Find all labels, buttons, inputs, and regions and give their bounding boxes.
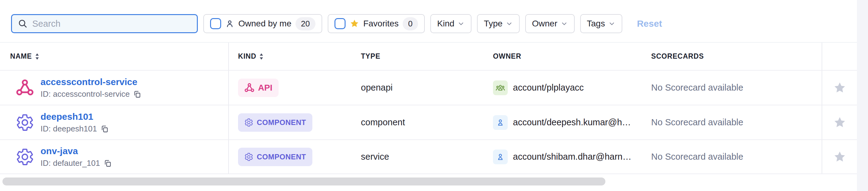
- kind-badge-component: COMPONENT: [238, 113, 312, 132]
- table-row[interactable]: deepesh101 ID: deepesh101: [0, 105, 857, 139]
- search-input[interactable]: [32, 19, 191, 29]
- kind-badge-component: COMPONENT: [238, 148, 312, 166]
- owner-cell: account/plplayacc: [484, 81, 642, 95]
- scorecards-cell: No Scorecard available: [642, 117, 822, 127]
- owner-name: account/plplayacc: [513, 83, 584, 93]
- catalog-table: NAME KIND TYPE OWNER SCORECARDS: [0, 42, 857, 174]
- copy-icon[interactable]: [103, 159, 112, 167]
- owner-name: account/shibam.dhar@harn…: [513, 152, 631, 162]
- favorite-star-button[interactable]: [822, 105, 857, 139]
- sort-icon[interactable]: [35, 53, 39, 60]
- favorite-star-button[interactable]: [822, 71, 857, 105]
- kind-badge-api: API: [238, 78, 279, 97]
- horizontal-scrollbar-thumb[interactable]: [2, 178, 606, 186]
- column-header-kind[interactable]: KIND: [229, 43, 352, 70]
- chevron-down-icon: [457, 20, 465, 27]
- chevron-down-icon: [505, 20, 513, 27]
- favorites-label: Favorites: [363, 19, 399, 29]
- chevron-down-icon: [561, 20, 568, 27]
- user-icon: [493, 115, 508, 130]
- owner-dropdown-label: Owner: [532, 19, 557, 29]
- favorite-star-button[interactable]: [822, 140, 857, 173]
- owned-by-me-filter[interactable]: Owned by me 20: [203, 14, 322, 33]
- owned-by-me-label: Owned by me: [238, 19, 291, 29]
- kind-dropdown[interactable]: Kind: [430, 14, 471, 33]
- scorecards-cell: No Scorecard available: [642, 83, 822, 93]
- copy-icon[interactable]: [100, 125, 109, 133]
- column-header-type: TYPE: [352, 43, 484, 70]
- person-icon: [225, 19, 235, 28]
- gear-icon: [16, 148, 34, 166]
- table-header: NAME KIND TYPE OWNER SCORECARDS: [0, 43, 857, 70]
- search-box[interactable]: [11, 14, 198, 33]
- type-cell: openapi: [352, 83, 484, 93]
- type-dropdown-label: Type: [484, 19, 502, 29]
- catalog-page: Owned by me 20 Favorites 0 Kind Type Own…: [0, 0, 868, 191]
- kind-cell: COMPONENT: [229, 148, 352, 166]
- type-cell: component: [352, 117, 484, 127]
- type-dropdown[interactable]: Type: [477, 14, 520, 33]
- page-background-strip: [857, 0, 868, 191]
- chevron-down-icon: [608, 20, 616, 27]
- column-header-favorite: [822, 43, 857, 70]
- favorites-filter[interactable]: Favorites 0: [328, 14, 425, 33]
- column-header-name[interactable]: NAME: [0, 43, 229, 70]
- table-row[interactable]: accesscontrol-service ID: accesscontrol-…: [0, 70, 857, 105]
- webhook-api-icon: [244, 83, 255, 93]
- reset-button[interactable]: Reset: [637, 19, 662, 29]
- entity-name-link[interactable]: onv-java: [40, 146, 112, 156]
- owned-by-me-checkbox[interactable]: [210, 18, 221, 29]
- name-cell: accesscontrol-service ID: accesscontrol-…: [0, 71, 229, 105]
- search-icon: [18, 19, 28, 29]
- gear-icon: [244, 118, 253, 127]
- name-cell: onv-java ID: defauter_101: [0, 140, 229, 173]
- copy-icon[interactable]: [133, 90, 141, 98]
- column-header-owner: OWNER: [484, 43, 642, 70]
- owner-cell: account/shibam.dhar@harn…: [484, 150, 642, 164]
- star-icon: [349, 19, 359, 29]
- user-icon: [493, 150, 508, 164]
- star-icon: [833, 81, 846, 95]
- entity-id: ID: defauter_101: [40, 158, 100, 168]
- type-cell: service: [352, 152, 484, 162]
- tags-dropdown[interactable]: Tags: [580, 14, 622, 33]
- gear-icon: [244, 152, 253, 161]
- gear-icon: [16, 113, 34, 132]
- owned-by-me-count: 20: [296, 17, 315, 30]
- webhook-api-icon: [16, 78, 34, 97]
- tags-dropdown-label: Tags: [587, 19, 605, 29]
- owner-dropdown[interactable]: Owner: [525, 14, 575, 33]
- column-header-scorecards: SCORECARDS: [642, 43, 822, 70]
- entity-name-link[interactable]: deepesh101: [40, 112, 109, 122]
- filter-bar: Owned by me 20 Favorites 0 Kind Type Own…: [11, 14, 662, 33]
- scorecards-cell: No Scorecard available: [642, 152, 822, 162]
- owner-name: account/deepesh.kumar@h…: [513, 117, 631, 127]
- favorites-checkbox[interactable]: [335, 18, 345, 29]
- entity-name-link[interactable]: accesscontrol-service: [40, 77, 141, 87]
- table-row[interactable]: onv-java ID: defauter_101: [0, 139, 857, 174]
- entity-id: ID: accesscontrol-service: [40, 89, 130, 99]
- star-icon: [833, 116, 846, 129]
- group-icon: [493, 81, 508, 95]
- kind-cell: API: [229, 78, 352, 97]
- star-icon: [833, 150, 846, 164]
- kind-cell: COMPONENT: [229, 113, 352, 132]
- name-cell: deepesh101 ID: deepesh101: [0, 105, 229, 139]
- entity-id: ID: deepesh101: [40, 124, 97, 134]
- kind-dropdown-label: Kind: [437, 19, 454, 29]
- owner-cell: account/deepesh.kumar@h…: [484, 115, 642, 130]
- favorites-count: 0: [403, 17, 418, 30]
- sort-icon[interactable]: [259, 53, 264, 60]
